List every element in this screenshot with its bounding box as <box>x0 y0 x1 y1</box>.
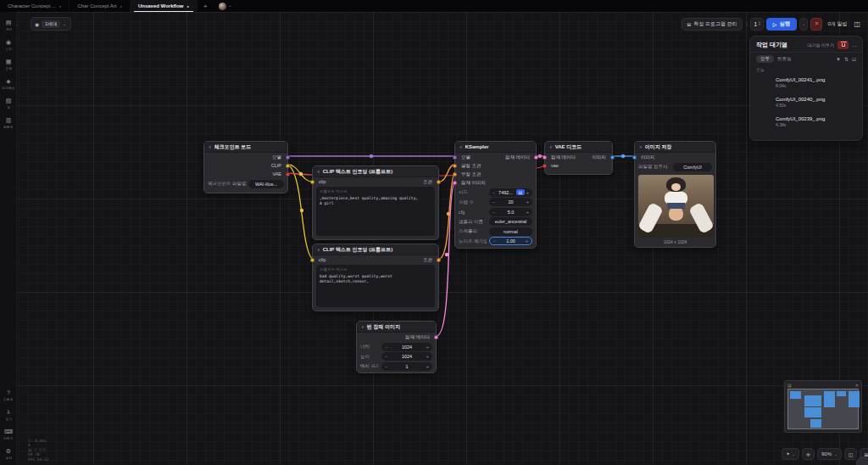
workflow-tab-active[interactable]: Unsaved Workflow ● <box>131 0 198 12</box>
increment-icon[interactable]: + <box>526 199 529 204</box>
increment-icon[interactable]: + <box>426 354 429 359</box>
widget-cfg[interactable]: cfg −5.0+ <box>459 208 532 216</box>
batch-count-stepper[interactable]: 1 ▴▾ <box>750 18 763 31</box>
sidebar-item-apps[interactable]: ▧ 앱 <box>0 98 17 109</box>
output-port-vae[interactable] <box>286 172 290 176</box>
minimap-panel[interactable]: ▤ ✕ <box>784 380 862 433</box>
workflow-tab[interactable]: Char Concept Art ● <box>70 0 130 12</box>
node-header[interactable]: ∨ KSampler <box>455 142 536 153</box>
result-thumbnail[interactable] <box>756 115 771 130</box>
widget-ckpt-name[interactable]: 체크포인트 파일명 WAI-illus... <box>208 180 284 188</box>
output-port-conditioning[interactable] <box>437 258 441 262</box>
decrement-icon[interactable]: − <box>492 190 495 195</box>
widget-filename-prefix[interactable]: 파일명 접두사 ComfyUI <box>638 163 712 171</box>
output-port-conditioning[interactable] <box>437 180 441 184</box>
minimap-canvas[interactable] <box>787 389 859 429</box>
generated-image-preview[interactable] <box>638 175 714 238</box>
node-header[interactable]: ∨ 체크포인트 로드 <box>204 142 287 153</box>
stepper-carets[interactable]: ▴▾ <box>759 21 760 27</box>
collapse-icon[interactable]: ∨ <box>361 324 364 329</box>
input-port-positive[interactable] <box>453 164 457 168</box>
clear-queue-label[interactable]: 대기열 비우기 <box>808 42 834 48</box>
node-vae-decode[interactable]: ∨ VAE 디코드 잠재 데이터 이미지 vae <box>544 141 613 175</box>
node-header[interactable]: ∨ VAE 디코드 <box>545 142 612 153</box>
avatar[interactable] <box>219 3 226 10</box>
prompt-textarea[interactable]: 프롬프트 텍스트 ,masterpiece,best quality,amazi… <box>316 187 435 236</box>
decrement-icon[interactable]: − <box>493 238 496 244</box>
toggle-minimap-button[interactable]: ◫ <box>844 448 858 460</box>
input-port-model[interactable] <box>453 155 457 160</box>
run-options-chevron[interactable]: ⌄ <box>799 18 808 31</box>
fit-view-button[interactable]: ✛ <box>802 448 815 460</box>
widget-sampler-name[interactable]: 샘플러 이름 euler_ancestral <box>459 217 532 226</box>
queue-item[interactable]: ComfyUI_00240_.png 4.50s <box>750 92 862 112</box>
expand-icon[interactable]: ⊡ <box>852 56 856 62</box>
node-clip-text-encode-positive[interactable]: ∨ CLIP 텍스트 인코딩 (프롬프트) clip 조건 프롬프트 텍스트 ,… <box>312 165 439 240</box>
node-empty-latent-image[interactable]: ∨ 빈 잠재 이미지 잠재 데이터 너비 −1024+ 높이 −1024+ 배치… <box>356 321 437 373</box>
input-port-samples[interactable] <box>542 155 547 160</box>
increment-icon[interactable]: + <box>526 238 528 244</box>
sidebar-item-logs[interactable]: λ 로그 <box>0 409 17 421</box>
prompt-textarea[interactable]: 프롬프트 텍스트 bad quality,worst quality,worst… <box>316 265 435 307</box>
output-port-clip[interactable] <box>286 164 290 168</box>
node-header[interactable]: ∨ 이미지 저장 <box>635 142 715 153</box>
randomize-seed-icon[interactable]: ⚄ <box>516 189 525 195</box>
decrement-icon[interactable]: − <box>492 210 495 215</box>
drag-handle[interactable]: ⁝⁝ <box>745 21 748 27</box>
notifications-button[interactable]: 0개 알림 <box>825 20 849 28</box>
filter-icon[interactable]: ▼ <box>836 57 841 62</box>
pointer-mode-button[interactable]: ➤ ⌄ <box>782 448 799 460</box>
sidebar-item-settings[interactable]: ⚙ 설정 <box>0 448 17 460</box>
result-thumbnail[interactable] <box>756 76 771 91</box>
zoom-level-button[interactable]: 90% ⌄ <box>817 448 842 460</box>
widget-seed[interactable]: 시드 −7492...⚄+ <box>459 188 532 197</box>
collapse-icon[interactable]: ∨ <box>639 144 643 149</box>
widget-batch-size[interactable]: 배치 크기 −1+ <box>360 362 432 371</box>
clear-queue-button[interactable] <box>837 41 849 49</box>
collapse-icon[interactable]: ∨ <box>317 247 320 252</box>
output-port-image[interactable] <box>610 155 615 160</box>
node-load-checkpoint[interactable]: ∨ 체크포인트 로드 모델 CLIP VAE 체크포인트 파일명 WAI-ill… <box>203 141 288 193</box>
sidebar-item-help[interactable]: ? 도움말 <box>0 389 17 401</box>
node-save-image[interactable]: ∨ 이미지 저장 이미지 파일명 접두사 ComfyUI 1024 x 1024 <box>634 141 716 248</box>
increment-icon[interactable]: + <box>526 210 529 215</box>
collapse-icon[interactable]: ∨ <box>459 144 463 149</box>
chevron-down-icon[interactable]: ⌄ <box>229 3 232 12</box>
widget-width[interactable]: 너비 −1024+ <box>360 343 432 351</box>
interrupt-button[interactable]: ✕ <box>810 18 822 31</box>
toggle-sidebar-icon[interactable]: ◫ <box>852 20 862 28</box>
result-thumbnail[interactable] <box>756 95 771 110</box>
sort-icon[interactable]: ⇅ <box>844 56 849 62</box>
filter-all-chip[interactable]: 모두 <box>756 55 774 63</box>
increment-icon[interactable]: + <box>426 345 429 350</box>
widget-scheduler[interactable]: 스케줄러 normal <box>459 227 532 236</box>
output-port-latent[interactable] <box>534 155 538 160</box>
collapse-icon[interactable]: ∨ <box>317 169 320 174</box>
node-ksampler[interactable]: ∨ KSampler 모델 잠재 데이터 긍정 조건 부정 조건 잠재 이미지 … <box>454 141 537 249</box>
input-port-clip[interactable] <box>310 180 314 184</box>
decrement-icon[interactable]: − <box>385 364 387 369</box>
input-port-vae[interactable] <box>542 164 547 168</box>
widget-denoise[interactable]: 노이즈 제거양 −1.00+ <box>459 237 532 245</box>
decrement-icon[interactable]: − <box>385 345 387 350</box>
sidebar-item-workflows[interactable]: ◈ 워크플로 <box>0 78 17 90</box>
sidebar-item-nodes[interactable]: ◉ 노드 <box>0 39 17 51</box>
node-header[interactable]: ∨ CLIP 텍스트 인코딩 (프롬프트) <box>313 244 438 255</box>
new-workflow-button[interactable]: + <box>198 0 214 12</box>
queue-item[interactable]: ComfyUI_00239_.png 4.38s <box>750 112 862 132</box>
more-options-icon[interactable]: ⋯ <box>852 42 857 48</box>
run-button[interactable]: ▷ 실행 <box>766 18 798 31</box>
input-port-latent-image[interactable] <box>453 181 457 185</box>
collapse-icon[interactable]: ∨ <box>209 144 212 149</box>
sidebar-item-shortcuts[interactable]: ⌨ 단축키 <box>0 429 17 440</box>
node-clip-text-encode-negative[interactable]: ∨ CLIP 텍스트 인코딩 (프롬프트) clip 조건 프롬프트 텍스트 b… <box>312 244 439 311</box>
minimap-icon[interactable]: ▤ <box>787 383 792 388</box>
input-port-images[interactable] <box>632 155 637 160</box>
decrement-icon[interactable]: − <box>385 354 387 359</box>
sidebar-item-assets[interactable]: ▤ 에셋 <box>0 20 17 31</box>
output-port-latent[interactable] <box>434 335 438 339</box>
node-header[interactable]: ∨ CLIP 텍스트 인코딩 (프롬프트) <box>313 166 438 177</box>
queue-item[interactable]: ComfyUI_00241_.png 8.04s <box>750 73 862 92</box>
manage-extensions-button[interactable]: ⊞ 확장 프로그램 관리 <box>682 18 742 31</box>
sidebar-item-templates[interactable]: ▥ 템플릿 <box>0 117 17 129</box>
